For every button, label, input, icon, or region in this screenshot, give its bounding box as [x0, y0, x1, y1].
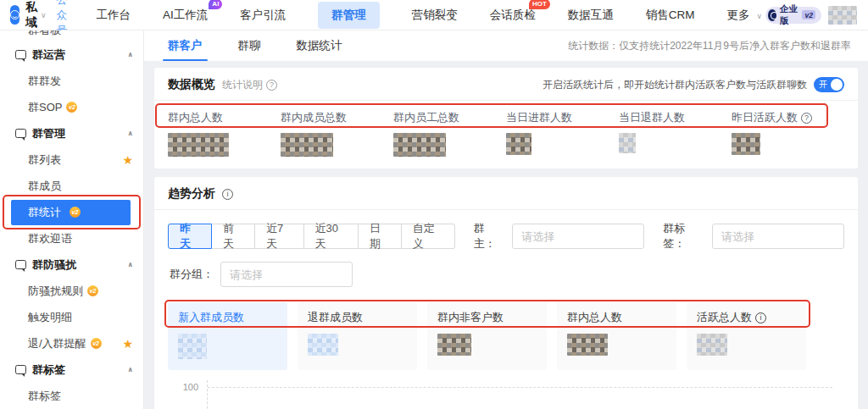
nav-more[interactable]: 更多 ∨ — [727, 8, 765, 23]
trend-analysis-card: 趋势分析 i 昨天 前天 近7天 近30天 日期 自定义 — [154, 177, 858, 409]
hot-badge: HOT — [529, 0, 550, 9]
group-tag-select[interactable] — [712, 224, 844, 249]
metric-card-active-total[interactable]: 活跃总人数 i — [687, 302, 806, 370]
chevron-down-icon[interactable]: ∨ — [41, 11, 47, 19]
metric-card-new-members[interactable]: 新入群成员数 — [168, 302, 287, 370]
sidebar-item-group-list[interactable]: 群列表 ★ — [0, 146, 143, 173]
sidebar-item-group-welcome[interactable]: 群欢迎语 — [0, 225, 143, 251]
date-button-7days[interactable]: 近7天 — [255, 224, 304, 249]
nav-data-interop[interactable]: 数据互通 — [568, 8, 614, 23]
data-overview-card: 数据概览 统计说明 ? 开启活跃统计后，即开始统计群内活跃客户数与活跃群聊数 开 — [154, 68, 858, 169]
trend-chart: 100 80 60 — [154, 380, 844, 409]
chat-bubble-icon — [15, 129, 26, 138]
metric-card-left-members[interactable]: 退群成员数 — [298, 302, 417, 370]
gridline — [208, 387, 832, 388]
stat-today-joined: 当日进群人数 — [506, 108, 619, 157]
trend-title: 趋势分析 — [168, 186, 215, 202]
trend-metric-cards: 新入群成员数 退群成员数 群内非客户数 群内总人数 — [154, 287, 858, 370]
plan-crown-icon — [768, 9, 776, 21]
stat-today-left: 当日退群人数 — [619, 108, 732, 157]
chat-bubble-icon — [15, 365, 26, 374]
sidebar-item-group-sop[interactable]: 群SOP v2 — [0, 94, 143, 120]
app-window: 芝麻私域助手 ∨ 公众号 工作台 AI工作流 AI 客户引流 群管理 营销裂变 … — [0, 0, 868, 409]
overview-subtitle[interactable]: 统计说明 ? — [222, 78, 277, 92]
stat-total-members: 群内成员总数 — [281, 108, 393, 157]
sidebar-section-group-tags[interactable]: 群标签 ∧ — [0, 356, 143, 383]
nav-sales-crm[interactable]: 销售CRM — [646, 8, 695, 23]
tab-group-customers[interactable]: 群客户 — [168, 30, 203, 61]
censored-value — [506, 133, 531, 155]
sidebar-item-anti-spam-rules[interactable]: 防骚扰规则 v2 — [0, 278, 143, 304]
sidebar-item-partial[interactable]: 群看板 — [0, 30, 143, 41]
star-icon[interactable]: ★ — [122, 153, 133, 167]
plan-badge[interactable]: 企业版 v2 — [765, 7, 821, 24]
v2-medal-icon: v2 — [91, 338, 102, 349]
tab-bar: 群客户 群聊 数据统计 统计数据：仅支持统计2022年11月9号后净入群客户数和… — [144, 30, 868, 61]
sidebar-item-group-statistics[interactable]: 群统计 v2 — [0, 199, 143, 225]
plan-version-badge: v2 — [802, 10, 815, 19]
tab-group-chats[interactable]: 群聊 — [238, 30, 261, 61]
metric-card-total-people[interactable]: 群内总人数 — [557, 302, 676, 370]
date-button-30days[interactable]: 近30天 — [304, 224, 359, 249]
question-circle-icon[interactable]: ? — [801, 113, 812, 124]
y-axis-tick: 100 — [173, 382, 198, 392]
nav-customer-acquisition[interactable]: 客户引流 — [240, 8, 286, 23]
group-owner-select[interactable] — [512, 224, 644, 249]
censored-value — [178, 334, 207, 359]
star-icon[interactable]: ★ — [122, 337, 133, 351]
group-tag-label: 群标签： — [663, 221, 705, 251]
chevron-up-icon: ∧ — [128, 366, 134, 373]
nav-workbench[interactable]: 工作台 — [97, 8, 131, 23]
date-button-date[interactable]: 日期 — [359, 224, 402, 249]
sidebar-item-group-mass-send[interactable]: 群群发 — [0, 68, 143, 94]
sidebar-section-group-management[interactable]: 群管理 ∧ — [0, 120, 143, 146]
group-grouping-select[interactable] — [220, 262, 353, 287]
v2-medal-icon: v2 — [70, 207, 81, 218]
censored-value — [281, 133, 333, 157]
topbar-right: 企业版 v2 ∨ — [765, 6, 868, 25]
chart-plot-area — [207, 380, 832, 409]
censored-value — [619, 133, 636, 153]
v2-medal-icon: v2 — [87, 285, 98, 296]
trend-filter-row-2: 群分组： — [154, 251, 858, 287]
v2-medal-icon: v2 — [66, 102, 77, 113]
user-avatar[interactable] — [828, 6, 857, 25]
active-stats-toggle-text: 开启活跃统计后，即开始统计群内活跃客户数与活跃群聊数 — [542, 78, 807, 92]
sidebar-item-join-leave-reminder[interactable]: 退/入群提醒 v2 ★ — [0, 330, 143, 356]
nav-group-management[interactable]: 群管理 — [318, 2, 380, 29]
censored-value — [732, 133, 760, 155]
censored-value — [308, 334, 338, 356]
statistics-note: 统计数据：仅支持统计2022年11月9号后净入群客户数和退群率 — [568, 39, 851, 53]
overview-title: 数据概览 — [168, 77, 215, 92]
nav-ai-workflow[interactable]: AI工作流 AI — [163, 8, 208, 23]
ai-badge: AI — [209, 0, 222, 9]
tab-data-statistics[interactable]: 数据统计 — [297, 30, 342, 61]
main-nav: 工作台 AI工作流 AI 客户引流 群管理 营销裂变 会话质检 HOT 数据互通… — [97, 2, 765, 29]
date-button-day-before[interactable]: 前天 — [212, 224, 255, 249]
censored-value — [567, 334, 608, 356]
sidebar-item-group-members[interactable]: 群成员 — [0, 173, 143, 199]
group-grouping-label: 群分组： — [170, 267, 214, 282]
main-area: 群客户 群聊 数据统计 统计数据：仅支持统计2022年11月9号后净入群客户数和… — [144, 30, 868, 409]
censored-value — [393, 133, 446, 157]
group-owner-label: 群主： — [474, 221, 505, 251]
active-stats-toggle[interactable]: 开 — [814, 77, 844, 92]
metric-card-non-customers[interactable]: 群内非客户数 — [427, 302, 547, 370]
sidebar-section-anti-spam[interactable]: 群防骚扰 ∧ — [0, 251, 143, 278]
sidebar-item-trigger-details[interactable]: 触发明细 — [0, 304, 143, 330]
toggle-knob — [831, 79, 843, 91]
stat-total-people: 群内总人数 — [168, 108, 281, 157]
nav-marketing-fission[interactable]: 营销裂变 — [412, 8, 458, 23]
date-range-button-group: 昨天 前天 近7天 近30天 日期 自定义 — [168, 224, 455, 249]
question-circle-icon[interactable]: ? — [266, 80, 277, 91]
content-area: 数据概览 统计说明 ? 开启活跃统计后，即开始统计群内活跃客户数与活跃群聊数 开 — [144, 61, 868, 409]
nav-session-qc[interactable]: 会话质检 HOT — [490, 8, 536, 23]
info-circle-icon[interactable]: i — [222, 189, 233, 200]
sidebar-section-group-operation[interactable]: 群运营 ∧ — [0, 41, 143, 68]
date-button-yesterday[interactable]: 昨天 — [168, 224, 212, 249]
date-button-custom[interactable]: 自定义 — [402, 224, 455, 249]
censored-value — [437, 334, 471, 356]
chevron-up-icon: ∧ — [128, 261, 134, 268]
sidebar-item-group-tag[interactable]: 群标签 — [0, 383, 143, 409]
info-circle-icon[interactable]: i — [755, 312, 766, 323]
